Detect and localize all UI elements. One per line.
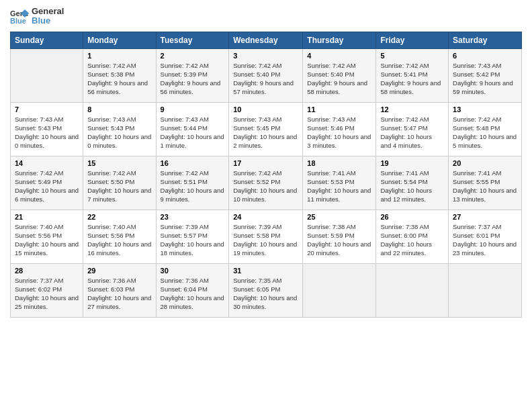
day-info: Sunrise: 7:43 AMSunset: 5:42 PMDaylight:… (453, 61, 517, 97)
day-info: Sunrise: 7:41 AMSunset: 5:55 PMDaylight:… (453, 169, 517, 204)
calendar-cell: 28 Sunrise: 7:37 AMSunset: 6:02 PMDaylig… (11, 263, 83, 317)
calendar-cell: 31 Sunrise: 7:35 AMSunset: 6:05 PMDaylig… (229, 263, 303, 317)
day-number: 10 (233, 105, 298, 113)
weekday-header-friday: Friday (376, 32, 449, 48)
day-number: 26 (380, 213, 444, 221)
weekday-header-saturday: Saturday (449, 32, 522, 48)
day-number: 5 (380, 52, 444, 60)
day-number: 8 (87, 105, 151, 113)
day-number: 21 (15, 213, 79, 221)
day-info: Sunrise: 7:35 AMSunset: 6:05 PMDaylight:… (233, 276, 298, 312)
day-info: Sunrise: 7:42 AMSunset: 5:40 PMDaylight:… (307, 61, 371, 97)
day-number: 1 (87, 52, 151, 60)
weekday-header-tuesday: Tuesday (156, 32, 229, 48)
calendar-cell: 2 Sunrise: 7:42 AMSunset: 5:39 PMDayligh… (156, 48, 229, 102)
day-number: 2 (161, 52, 225, 60)
calendar-cell: 30 Sunrise: 7:36 AMSunset: 6:04 PMDaylig… (156, 263, 229, 317)
day-info: Sunrise: 7:43 AMSunset: 5:43 PMDaylight:… (15, 115, 79, 150)
calendar-cell: 11 Sunrise: 7:43 AMSunset: 5:46 PMDaylig… (303, 102, 376, 156)
calendar-cell: 25 Sunrise: 7:38 AMSunset: 5:59 PMDaylig… (303, 210, 376, 263)
logo-icon: General Blue (10, 8, 29, 24)
day-info: Sunrise: 7:41 AMSunset: 5:54 PMDaylight:… (380, 169, 444, 204)
calendar-cell: 6 Sunrise: 7:43 AMSunset: 5:42 PMDayligh… (449, 48, 522, 102)
day-number: 17 (233, 159, 298, 167)
day-number: 19 (380, 159, 444, 167)
calendar-cell: 26 Sunrise: 7:38 AMSunset: 6:00 PMDaylig… (376, 210, 449, 263)
day-number: 13 (453, 105, 517, 113)
day-number: 27 (453, 213, 517, 221)
calendar-cell: 3 Sunrise: 7:42 AMSunset: 5:40 PMDayligh… (229, 48, 303, 102)
day-info: Sunrise: 7:40 AMSunset: 5:56 PMDaylight:… (87, 222, 151, 258)
calendar-cell: 4 Sunrise: 7:42 AMSunset: 5:40 PMDayligh… (303, 48, 376, 102)
calendar-cell: 7 Sunrise: 7:43 AMSunset: 5:43 PMDayligh… (11, 102, 83, 156)
day-number: 24 (233, 213, 298, 221)
weekday-header-thursday: Thursday (303, 32, 376, 48)
day-info: Sunrise: 7:42 AMSunset: 5:51 PMDaylight:… (161, 169, 225, 204)
calendar-cell: 9 Sunrise: 7:43 AMSunset: 5:44 PMDayligh… (156, 102, 229, 156)
calendar-cell (449, 263, 522, 317)
day-info: Sunrise: 7:42 AMSunset: 5:39 PMDaylight:… (161, 61, 225, 97)
calendar-cell: 5 Sunrise: 7:42 AMSunset: 5:41 PMDayligh… (376, 48, 449, 102)
calendar-cell: 1 Sunrise: 7:42 AMSunset: 5:38 PMDayligh… (83, 48, 156, 102)
day-number: 7 (15, 105, 79, 113)
svg-text:Blue: Blue (10, 17, 26, 24)
weekday-header-monday: Monday (83, 32, 156, 48)
calendar-cell: 22 Sunrise: 7:40 AMSunset: 5:56 PMDaylig… (83, 210, 156, 263)
day-info: Sunrise: 7:43 AMSunset: 5:45 PMDaylight:… (233, 115, 298, 150)
day-info: Sunrise: 7:42 AMSunset: 5:49 PMDaylight:… (15, 169, 79, 204)
day-info: Sunrise: 7:42 AMSunset: 5:40 PMDaylight:… (233, 61, 298, 97)
calendar-cell: 12 Sunrise: 7:42 AMSunset: 5:47 PMDaylig… (376, 102, 449, 156)
calendar-cell: 8 Sunrise: 7:43 AMSunset: 5:43 PMDayligh… (83, 102, 156, 156)
day-info: Sunrise: 7:43 AMSunset: 5:44 PMDaylight:… (161, 115, 225, 150)
day-number: 30 (161, 267, 225, 275)
day-number: 31 (233, 267, 298, 275)
day-number: 16 (161, 159, 225, 167)
day-number: 14 (15, 159, 79, 167)
day-number: 9 (161, 105, 225, 113)
calendar-cell: 16 Sunrise: 7:42 AMSunset: 5:51 PMDaylig… (156, 156, 229, 210)
logo-text-line1: General (32, 7, 64, 16)
calendar-table: SundayMondayTuesdayWednesdayThursdayFrid… (10, 32, 522, 318)
day-info: Sunrise: 7:42 AMSunset: 5:52 PMDaylight:… (233, 169, 298, 204)
calendar-cell: 13 Sunrise: 7:42 AMSunset: 5:48 PMDaylig… (449, 102, 522, 156)
calendar-cell: 21 Sunrise: 7:40 AMSunset: 5:56 PMDaylig… (11, 210, 83, 263)
day-info: Sunrise: 7:38 AMSunset: 6:00 PMDaylight:… (380, 222, 444, 258)
calendar-cell: 27 Sunrise: 7:37 AMSunset: 6:01 PMDaylig… (449, 210, 522, 263)
day-info: Sunrise: 7:41 AMSunset: 5:53 PMDaylight:… (307, 169, 371, 204)
day-info: Sunrise: 7:40 AMSunset: 5:56 PMDaylight:… (15, 222, 79, 258)
calendar-cell: 24 Sunrise: 7:39 AMSunset: 5:58 PMDaylig… (229, 210, 303, 263)
day-number: 29 (87, 267, 151, 275)
weekday-header-sunday: Sunday (11, 32, 83, 48)
day-number: 6 (453, 52, 517, 60)
day-info: Sunrise: 7:42 AMSunset: 5:47 PMDaylight:… (380, 115, 444, 150)
calendar-cell (11, 48, 83, 102)
calendar-cell: 10 Sunrise: 7:43 AMSunset: 5:45 PMDaylig… (229, 102, 303, 156)
day-number: 3 (233, 52, 298, 60)
day-info: Sunrise: 7:39 AMSunset: 5:58 PMDaylight:… (233, 222, 298, 258)
day-number: 18 (307, 159, 371, 167)
day-number: 15 (87, 159, 151, 167)
logo: General Blue General Blue (10, 7, 64, 26)
day-number: 28 (15, 267, 79, 275)
day-number: 12 (380, 105, 444, 113)
calendar-cell: 17 Sunrise: 7:42 AMSunset: 5:52 PMDaylig… (229, 156, 303, 210)
calendar-cell (303, 263, 376, 317)
day-info: Sunrise: 7:42 AMSunset: 5:38 PMDaylight:… (87, 61, 151, 97)
day-number: 11 (307, 105, 371, 113)
day-number: 20 (453, 159, 517, 167)
day-number: 4 (307, 52, 371, 60)
calendar-cell: 18 Sunrise: 7:41 AMSunset: 5:53 PMDaylig… (303, 156, 376, 210)
day-info: Sunrise: 7:42 AMSunset: 5:50 PMDaylight:… (87, 169, 151, 204)
calendar-cell: 14 Sunrise: 7:42 AMSunset: 5:49 PMDaylig… (11, 156, 83, 210)
calendar-cell: 19 Sunrise: 7:41 AMSunset: 5:54 PMDaylig… (376, 156, 449, 210)
logo-text-line2: Blue (32, 16, 64, 26)
day-number: 22 (87, 213, 151, 221)
day-info: Sunrise: 7:37 AMSunset: 6:01 PMDaylight:… (453, 222, 517, 258)
day-info: Sunrise: 7:43 AMSunset: 5:46 PMDaylight:… (307, 115, 371, 150)
calendar-cell (376, 263, 449, 317)
weekday-header-wednesday: Wednesday (229, 32, 303, 48)
day-info: Sunrise: 7:39 AMSunset: 5:57 PMDaylight:… (161, 222, 225, 258)
day-info: Sunrise: 7:42 AMSunset: 5:41 PMDaylight:… (380, 61, 444, 97)
calendar-cell: 29 Sunrise: 7:36 AMSunset: 6:03 PMDaylig… (83, 263, 156, 317)
day-info: Sunrise: 7:37 AMSunset: 6:02 PMDaylight:… (15, 276, 79, 312)
